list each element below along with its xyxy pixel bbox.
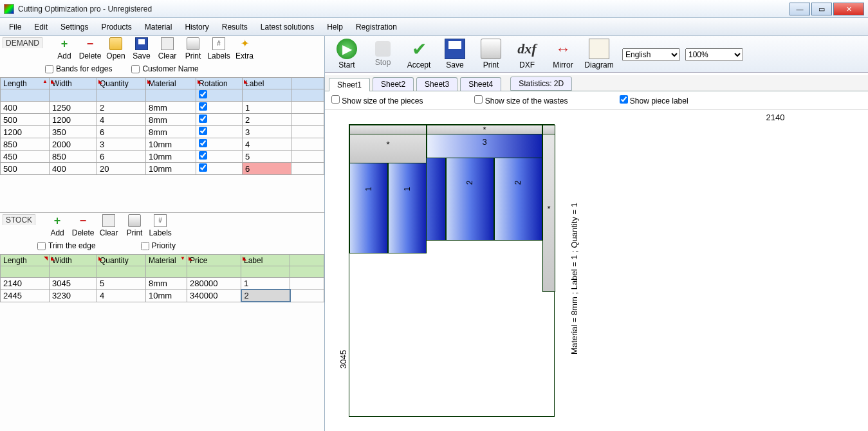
labels-icon: # <box>212 37 225 50</box>
demand-add-button[interactable]: +Add <box>51 37 77 60</box>
trim-checkbox[interactable]: Trim the edge <box>37 241 96 250</box>
waste <box>349 125 427 134</box>
rot-checkbox[interactable] <box>199 163 207 172</box>
show-piece-label-checkbox[interactable]: Show piece label <box>620 95 688 105</box>
print-result-button[interactable]: Print <box>473 37 509 71</box>
rot-checkbox[interactable] <box>199 115 207 123</box>
col-label[interactable]: Label◣ <box>243 78 291 89</box>
minus-icon: − <box>84 37 97 50</box>
table-row[interactable]: 120035068mm3 <box>1 126 324 138</box>
menu-settings[interactable]: Settings <box>54 20 95 34</box>
menubar: File Edit Settings Products Material His… <box>0 18 868 36</box>
start-button[interactable]: ▶Start <box>329 37 365 71</box>
stock-labels-button[interactable]: #Labels <box>147 214 173 237</box>
scol-price[interactable]: Price◣ <box>187 255 241 266</box>
diagram-button[interactable]: Diagram <box>581 37 617 71</box>
dxf-button[interactable]: dxfDXF <box>509 37 545 71</box>
demand-open-button[interactable]: Open <box>103 37 129 60</box>
result-toolbar: ▶Start Stop ✔Accept Save Print dxfDXF ↔M… <box>325 36 868 73</box>
minimize-button[interactable]: — <box>790 3 810 15</box>
mirror-button[interactable]: ↔Mirror <box>545 37 581 71</box>
stock-print-button[interactable]: Print <box>122 214 147 237</box>
waste: * <box>542 125 555 292</box>
demand-table[interactable]: Length▲ Width◣ Quantity◣ Material◣ Rotat… <box>0 77 324 175</box>
demand-extra-button[interactable]: ✦Extra <box>232 37 257 60</box>
stock-table[interactable]: Length◥ Width◣ Quantity◣ Material▼ Price… <box>0 254 324 302</box>
show-piece-size-checkbox[interactable]: Show size of the pieces <box>331 95 423 105</box>
maximize-button[interactable]: ▭ <box>811 3 832 15</box>
demand-clear-button[interactable]: Clear <box>154 37 180 60</box>
stop-icon <box>375 41 391 57</box>
menu-latest[interactable]: Latest solutions <box>254 20 320 34</box>
scol-qty[interactable]: Quantity◣ <box>97 255 146 266</box>
sheet-info-label: Material = 8mm ; Label = 1 ; Quantity = … <box>569 203 579 354</box>
col-width[interactable]: Width◣ <box>50 78 97 89</box>
customer-checkbox[interactable]: Customer Name <box>131 64 198 73</box>
rot-checkbox[interactable] <box>199 127 207 135</box>
clear-icon <box>161 37 174 50</box>
menu-edit[interactable]: Edit <box>28 20 54 34</box>
table-row[interactable]: 500120048mm2 <box>1 114 324 126</box>
menu-results[interactable]: Results <box>216 20 254 34</box>
menu-file[interactable]: File <box>3 20 28 34</box>
language-select[interactable]: English <box>622 48 680 61</box>
menu-help[interactable]: Help <box>320 20 349 34</box>
diagram-icon <box>589 39 609 59</box>
table-row[interactable]: 2140304558mm2800001 <box>1 278 324 290</box>
plus-icon: + <box>51 214 64 227</box>
layout-canvas[interactable]: 2140 3045 Material = 8mm ; Label = 1 ; Q… <box>325 110 868 431</box>
show-waste-size-checkbox[interactable]: Show size of the wastes <box>474 95 568 105</box>
app-icon <box>4 4 14 14</box>
plus-icon: + <box>58 37 71 50</box>
close-button[interactable]: ✕ <box>833 3 864 15</box>
menu-history[interactable]: History <box>178 20 215 34</box>
table-row[interactable]: 5004002010mm6 <box>1 163 324 175</box>
rot-all-checkbox[interactable] <box>199 90 207 98</box>
table-row[interactable]: 400125028mm1 <box>1 102 324 114</box>
print-icon <box>128 214 141 227</box>
demand-save-button[interactable]: Save <box>129 37 154 60</box>
rot-checkbox[interactable] <box>199 102 207 111</box>
play-icon: ▶ <box>337 39 357 59</box>
menu-products[interactable]: Products <box>95 20 138 34</box>
demand-labels-button[interactable]: #Labels <box>206 37 232 60</box>
table-row[interactable]: 450850610mm5 <box>1 151 324 163</box>
scol-width[interactable]: Width◣ <box>50 255 97 266</box>
col-rot[interactable]: Rotation◣ <box>196 78 243 89</box>
cutting-sheet: 2 2 2 2 * 1 1 3 3 3 3 3 * * * <box>349 124 555 417</box>
sheet-tabs: Sheet1 Sheet2 Sheet3 Sheet4 Statistics: … <box>325 75 868 91</box>
scol-label[interactable]: Label◣ <box>241 255 290 266</box>
menu-registration[interactable]: Registration <box>349 20 403 34</box>
tab-sheet2[interactable]: Sheet2 <box>373 77 414 91</box>
demand-delete-button[interactable]: −Delete <box>77 37 103 60</box>
tab-statistics[interactable]: Statistics: 2D <box>510 77 572 91</box>
scol-mat[interactable]: Material▼ <box>146 255 187 266</box>
sheet-width-label: 2140 <box>766 113 785 122</box>
tab-sheet1[interactable]: Sheet1 <box>329 78 370 91</box>
rot-checkbox[interactable] <box>199 139 207 147</box>
save-icon <box>445 39 465 59</box>
priority-checkbox[interactable]: Priority <box>141 241 176 250</box>
col-mat[interactable]: Material◣ <box>146 78 196 89</box>
minus-icon: − <box>77 214 89 227</box>
stock-add-button[interactable]: +Add <box>44 214 70 237</box>
stock-clear-button[interactable]: Clear <box>96 214 122 237</box>
tab-sheet4[interactable]: Sheet4 <box>460 77 501 91</box>
table-row[interactable]: 8502000310mm4 <box>1 138 324 151</box>
table-row[interactable]: 24453230410mm3400002 <box>1 289 324 302</box>
dxf-icon: dxf <box>517 39 537 59</box>
stock-delete-button[interactable]: −Delete <box>70 214 96 237</box>
stop-button[interactable]: Stop <box>365 40 401 68</box>
accept-button[interactable]: ✔Accept <box>401 37 437 71</box>
check-icon: ✔ <box>409 39 429 59</box>
col-length[interactable]: Length▲ <box>1 78 50 89</box>
demand-print-button[interactable]: Print <box>180 37 206 60</box>
menu-material[interactable]: Material <box>138 20 179 34</box>
bands-checkbox[interactable]: Bands for edges <box>45 64 112 73</box>
zoom-select[interactable]: 100% <box>685 48 743 61</box>
scol-length[interactable]: Length◥ <box>1 255 50 266</box>
save-result-button[interactable]: Save <box>437 37 473 71</box>
rot-checkbox[interactable] <box>199 151 207 160</box>
tab-sheet3[interactable]: Sheet3 <box>416 77 457 91</box>
col-qty[interactable]: Quantity◣ <box>97 78 146 89</box>
